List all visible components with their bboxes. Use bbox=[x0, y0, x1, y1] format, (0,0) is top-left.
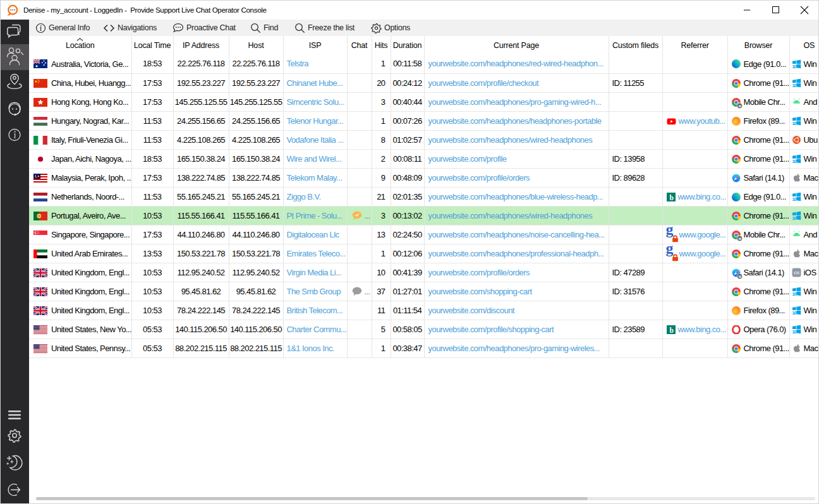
svg-text:10: 10 bbox=[792, 64, 796, 69]
svg-text:b: b bbox=[669, 193, 673, 201]
svg-text:10: 10 bbox=[792, 310, 796, 315]
svg-text:10: 10 bbox=[792, 291, 796, 296]
svg-text:10: 10 bbox=[792, 215, 796, 220]
svg-text:b: b bbox=[669, 326, 673, 333]
svg-text:iOS: iOS bbox=[794, 271, 799, 275]
svg-text:10: 10 bbox=[792, 121, 796, 126]
svg-text:10: 10 bbox=[792, 196, 796, 201]
svg-text:10: 10 bbox=[792, 159, 796, 164]
svg-text:10: 10 bbox=[792, 329, 796, 334]
svg-text:10: 10 bbox=[792, 83, 796, 88]
